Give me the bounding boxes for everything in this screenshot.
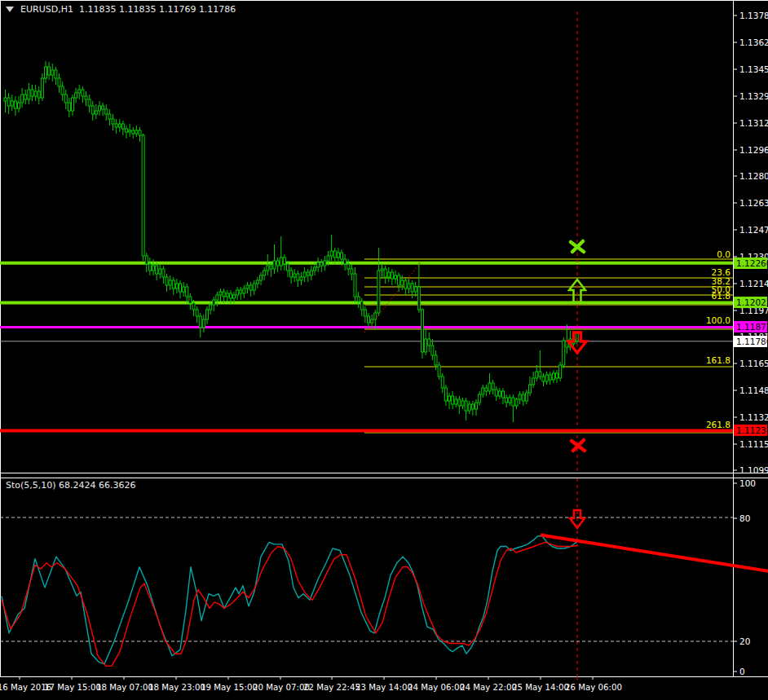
- candle-body: [549, 375, 551, 380]
- candle-body: [34, 91, 37, 96]
- candle-body: [267, 266, 269, 271]
- candle-body: [320, 262, 323, 266]
- chart-header: EURUSD,H1 1.11835 1.11835 1.11769 1.1178…: [6, 4, 236, 15]
- price-badge-label: 1.11237: [736, 425, 768, 435]
- price-badge-label: 1.11873: [736, 322, 768, 332]
- candle-body: [260, 275, 263, 280]
- price-tick-label: 1.12800: [739, 171, 768, 181]
- candle-body: [435, 355, 437, 365]
- candle-body: [532, 378, 535, 385]
- candle-body: [522, 394, 524, 401]
- candle-body: [21, 95, 24, 103]
- candle-body: [88, 99, 90, 106]
- candle-body: [132, 130, 135, 134]
- candle-body: [387, 272, 390, 277]
- candle-body: [324, 261, 326, 266]
- candle-body: [192, 303, 195, 310]
- price-tick-label: 1.13785: [739, 11, 768, 20]
- candle-body: [219, 292, 222, 295]
- candle-body: [327, 256, 329, 261]
- candle-body: [216, 295, 218, 300]
- cross-mark-icon[interactable]: [572, 440, 585, 451]
- candle-body: [384, 269, 386, 277]
- candle-body: [341, 253, 343, 259]
- candle-body: [529, 385, 532, 393]
- time-axis-label: 22 May 22:45: [303, 683, 360, 692]
- candle-body: [256, 280, 258, 284]
- candle-body: [488, 383, 491, 391]
- price-tick-label: 1.11320: [739, 412, 768, 422]
- candle-body: [498, 391, 501, 396]
- candle-body: [159, 269, 161, 274]
- price-tick-label: 1.13455: [739, 64, 768, 74]
- candle-body: [243, 288, 245, 293]
- candle-body: [45, 67, 47, 78]
- candle-body: [112, 119, 114, 124]
- candle-body: [297, 274, 299, 280]
- candle-body: [273, 261, 276, 269]
- sto-tick-label: 100: [739, 478, 756, 488]
- candle-body: [283, 258, 285, 264]
- candle-body: [28, 90, 30, 99]
- candle-body: [425, 339, 427, 352]
- sto-tick-label: 80: [739, 513, 750, 523]
- candle-body: [333, 251, 336, 258]
- price-tick-label: 1.11485: [739, 385, 768, 395]
- candle-body: [175, 284, 178, 288]
- candle-body: [253, 284, 255, 290]
- candle-body: [148, 264, 151, 271]
- candle-body: [240, 290, 242, 293]
- price-tick-label: 1.12635: [739, 198, 768, 208]
- candle-body: [505, 398, 508, 403]
- price-tick-label: 1.13290: [739, 91, 768, 101]
- candle-body: [213, 300, 215, 305]
- candle-body: [64, 95, 67, 103]
- candle-body: [11, 101, 13, 106]
- candle-body: [169, 280, 171, 285]
- candle-body: [276, 261, 279, 266]
- candle-body: [300, 277, 302, 280]
- candle-body: [115, 124, 117, 127]
- candle-body: [263, 271, 266, 275]
- candle-body: [99, 106, 101, 111]
- candle-body: [41, 78, 43, 98]
- sto-series-d: [2, 542, 577, 666]
- candle-body: [310, 271, 312, 275]
- candle-body: [377, 271, 380, 313]
- symbol-label: EURUSD,H1: [20, 4, 73, 15]
- sto-tick-label: 20: [739, 636, 750, 646]
- candle-body: [7, 98, 10, 106]
- candle-body: [479, 394, 481, 403]
- candle-body: [344, 259, 346, 264]
- candle-body: [179, 284, 182, 292]
- candle-body: [482, 388, 484, 394]
- chart-canvas[interactable]: 0.023.638.250.061.8100.0161.8261.81.1378…: [0, 0, 768, 700]
- price-badge-label: 1.12266: [736, 258, 768, 268]
- candle-body: [559, 365, 562, 378]
- candle-body: [186, 287, 188, 297]
- candle-body: [351, 269, 353, 274]
- candle-body: [202, 319, 205, 328]
- sto-trendline[interactable]: [541, 535, 768, 571]
- candle-body: [126, 129, 128, 132]
- candle-body: [509, 398, 511, 403]
- price-tick-label: 1.13620: [739, 37, 768, 47]
- candle-body: [229, 293, 232, 298]
- price-tick-label: 1.12140: [739, 279, 768, 288]
- candle-body: [210, 305, 212, 310]
- candle-body: [135, 130, 138, 134]
- time-axis-label: 25 May 14:00: [512, 683, 569, 692]
- candle-body: [287, 264, 289, 271]
- candle-body: [162, 269, 165, 277]
- sto-tick-label: 0: [739, 667, 745, 676]
- candle-body: [525, 393, 527, 401]
- price-tick-label: 1.10990: [739, 465, 768, 475]
- candle-body: [139, 130, 141, 135]
- candle-body: [152, 266, 155, 271]
- time-axis-label: 19 May 15:00: [201, 683, 258, 692]
- candle-body: [417, 287, 420, 310]
- candle-body: [556, 373, 558, 378]
- candle-body: [78, 90, 81, 93]
- symbol-dropdown-icon[interactable]: [6, 7, 14, 12]
- time-axis-label: 24 May 06:00: [408, 683, 465, 692]
